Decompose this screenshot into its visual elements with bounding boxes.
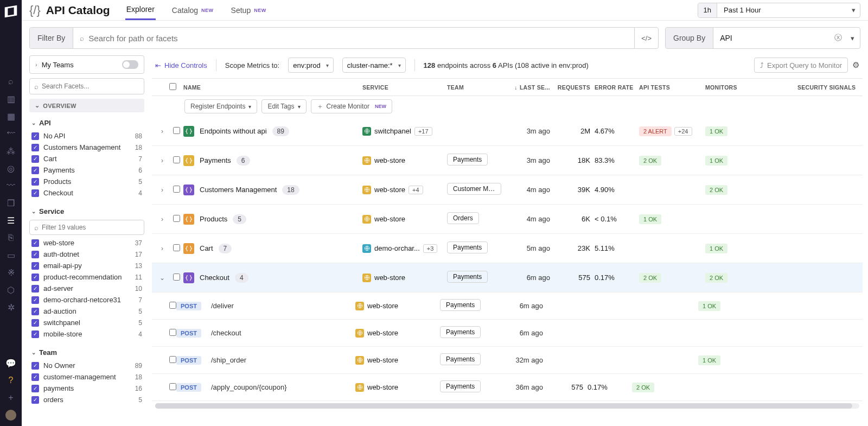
row-checkbox[interactable] [173,127,180,134]
checkbox-icon[interactable]: ✓ [31,285,39,293]
clear-icon[interactable]: ⓧ [831,33,845,43]
select-all-checkbox[interactable] [169,83,176,90]
binoculars-icon[interactable]: ▥ [5,93,16,104]
chat-icon[interactable]: 💬 [5,358,16,368]
gear-icon[interactable]: ⚙ [852,60,859,70]
table-row[interactable]: ›Payments6web-storePayments3m ago18K83.3… [152,146,863,175]
extra-pill[interactable]: +17 [414,127,432,136]
checkbox-icon[interactable]: ✓ [31,189,39,197]
row-checkbox[interactable] [169,302,176,309]
ok-badge[interactable]: 1 OK [698,301,720,311]
team-pill[interactable]: Payments [440,353,481,365]
checkbox-icon[interactable]: ✓ [31,362,39,370]
team-pill[interactable]: Payments [440,299,481,311]
team-pill[interactable]: Customer Man... [447,183,501,195]
facet-item[interactable]: ✓ad-server10 [29,283,144,294]
facet-search-input[interactable] [42,82,139,90]
checkbox-icon[interactable]: ✓ [31,385,39,392]
user-avatar[interactable] [5,410,16,421]
ok-badge[interactable]: 1 OK [705,126,727,136]
target-icon[interactable]: ◎ [5,163,16,174]
nodes-icon[interactable]: ⁂ [5,145,16,156]
expand-icon[interactable]: ⌄ [155,274,169,282]
table-row[interactable]: ›Endpoints without api89switchpanel+173m… [152,117,863,146]
row-checkbox[interactable] [169,329,176,336]
group-by[interactable]: Group By API ⓧ ▾ [665,27,860,49]
checkbox-icon[interactable]: ✓ [31,155,39,163]
product-logo[interactable] [3,3,19,20]
checkbox-icon[interactable]: ✓ [31,262,39,270]
row-checkbox[interactable] [173,244,180,251]
row-checkbox[interactable] [169,383,176,390]
tab-setup[interactable]: SetupNEW [230,0,267,20]
row-checkbox[interactable] [173,274,180,281]
facet-item[interactable]: ✓switchpanel5 [29,317,144,328]
ok-badge[interactable]: 2 OK [632,383,654,392]
checkbox-icon[interactable]: ✓ [31,167,39,174]
register-endpoints-button[interactable]: Register Endpoints▾ [184,99,257,113]
dashboard-icon[interactable]: ▦ [5,111,16,122]
expand-icon[interactable]: › [155,186,169,194]
expand-icon[interactable]: › [155,157,169,164]
table-row[interactable]: ›Products5web-storeOrders4m ago6K< 0.1%1… [152,205,863,234]
checkbox-icon[interactable]: ✓ [31,251,39,258]
hide-controls-button[interactable]: ⇤ Hide Controls [155,61,207,69]
edit-tags-button[interactable]: Edit Tags▾ [261,99,306,113]
table-row[interactable]: ⌄Checkout4web-storePayments6m ago5750.17… [152,263,863,293]
facet-item[interactable]: ✓No API88 [29,130,144,142]
facet-item[interactable]: ✓No Owner89 [29,360,144,371]
extra-pill[interactable]: +4 [409,186,423,194]
my-teams-toggle[interactable]: › My Teams [29,55,144,74]
shield-icon[interactable]: ⬡ [5,284,16,295]
team-facet-title[interactable]: ⌄Team [29,346,144,360]
facet-item[interactable]: ✓email-api-py13 [29,260,144,271]
row-checkbox[interactable] [169,356,176,363]
chevron-down-icon[interactable]: ▾ [847,6,860,14]
time-picker[interactable]: 1h Past 1 Hour ▾ [698,3,860,18]
team-pill[interactable]: Payments [447,271,488,283]
expand-icon[interactable]: › [155,215,169,223]
search-input[interactable] [88,28,634,48]
facet-item[interactable]: ✓ad-auction5 [29,306,144,317]
team-pill[interactable]: Payments [440,326,481,338]
checkbox-icon[interactable]: ✓ [31,330,39,338]
row-checkbox[interactable] [173,215,180,222]
book-icon[interactable]: ▭ [5,250,16,260]
team-pill[interactable]: Payments [447,241,488,253]
flow-icon[interactable]: ※ [5,267,16,278]
expand-icon[interactable]: › [155,128,169,135]
code-toggle-icon[interactable]: </> [634,28,658,48]
facet-item[interactable]: ✓mobile-store4 [29,328,144,340]
horizontal-scrollbar[interactable] [155,403,859,409]
facet-item[interactable]: ✓Customers Management18 [29,142,144,153]
facet-item[interactable]: ✓demo-orchard-netcore317 [29,294,144,306]
facet-item[interactable]: ✓Payments6 [29,164,144,176]
puzzle-icon[interactable]: ❒ [5,198,16,208]
checkbox-icon[interactable]: ✓ [31,396,39,404]
facet-item[interactable]: ✓orders5 [29,394,144,405]
facet-item[interactable]: ✓Cart7 [29,153,144,164]
table-row[interactable]: ›Cart7demo-orchar...+3Payments5m ago23K5… [152,234,863,263]
facet-item[interactable]: ✓customer-management18 [29,371,144,383]
link-icon[interactable]: ⎘ [5,232,16,243]
ok-badge[interactable]: 2 OK [705,273,727,283]
checkbox-icon[interactable]: ✓ [31,144,39,151]
checkbox-icon[interactable]: ✓ [31,178,39,186]
checkbox-icon[interactable]: ✓ [31,373,39,381]
endpoint-row[interactable]: POST/apply_coupon/{coupon}web-storePayme… [152,374,863,401]
alert-badge[interactable]: 2 ALERT [639,126,672,136]
ok-badge[interactable]: 1 OK [705,244,727,253]
env-dropdown[interactable]: env:prod▾ [288,58,334,73]
ok-badge[interactable]: 2 OK [705,185,727,195]
ok-badge[interactable]: 1 OK [698,355,720,365]
time-short[interactable]: 1h [698,3,717,17]
ok-badge[interactable]: 1 OK [705,156,727,166]
row-checkbox[interactable] [173,186,180,193]
tab-catalog[interactable]: CatalogNEW [171,0,215,20]
cluster-dropdown[interactable]: cluster-name:*▾ [342,58,406,73]
create-monitor-button[interactable]: ＋Create MonitorNEW [311,99,392,113]
filter-search[interactable]: Filter By ⌕ </> [29,27,659,49]
checkbox-icon[interactable]: ✓ [31,132,39,140]
bug-icon[interactable]: ✲ [5,302,16,313]
facet-item[interactable]: ✓payments16 [29,383,144,394]
